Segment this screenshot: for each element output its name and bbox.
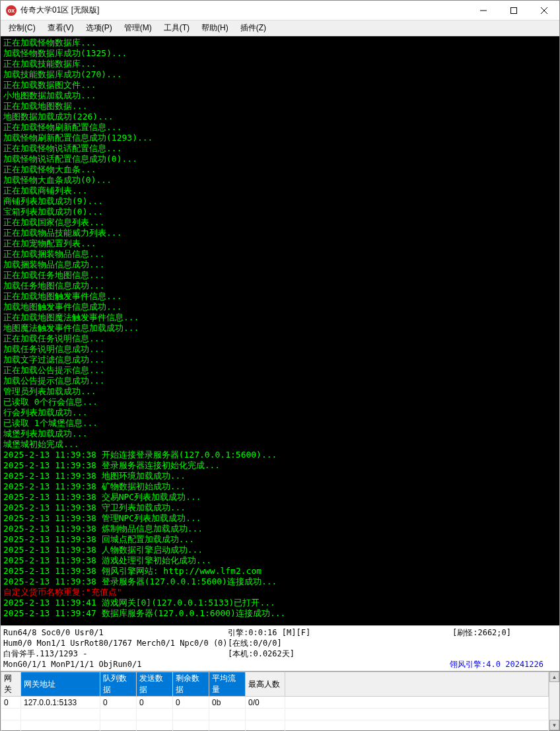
log-console[interactable]: 正在加载怪物数据库...加载怪物数据库成功(1325)...正在加载技能数据库.…: [1, 36, 559, 625]
log-line: 2025-2-13 11:39:38 矿物数据初始成功...: [3, 481, 557, 492]
scroll-down-icon[interactable]: ▼: [549, 720, 559, 730]
grid-cell: 0b: [209, 697, 246, 709]
log-line: 2025-2-13 11:39:38 翎风引擎网站: http://www.lf…: [3, 566, 557, 576]
grid-header[interactable]: 剩余数据: [173, 672, 209, 697]
app-window: ox 传奇大学01区 [无限版] 控制(C) 查看(V) 选项(P) 管理(M)…: [0, 0, 560, 731]
maximize-button[interactable]: [499, 1, 529, 20]
log-line: 加载任务地图信息成功...: [3, 281, 557, 291]
log-line: 2025-2-13 11:39:38 登录服务器连接初始化完成...: [3, 460, 557, 471]
grid-cell: 127.0.0.1:5133: [21, 697, 100, 709]
log-line: 2025-2-13 11:39:38 交易NPC列表加载成功...: [3, 492, 557, 503]
log-line: 正在加载地图触发事件信息...: [3, 291, 557, 302]
log-line: 2025-2-13 11:39:38 游戏处理引擎初始化成功...: [3, 555, 557, 566]
grid-cell: 0: [1, 697, 21, 709]
status-engine-time: 引擎:0:0:16 [M][F]: [228, 627, 452, 638]
log-line: 地图魔法触发事件信息加载成功...: [3, 323, 557, 333]
log-line: 正在加载地图魔法触发事件信息...: [3, 312, 557, 323]
log-line: 加载任务说明信息成功...: [3, 344, 557, 355]
log-line: 加载怪物说话配置信息成功(0)...: [3, 154, 557, 164]
status-mob-refresh: [刷怪:2662;0]: [452, 627, 511, 638]
titlebar[interactable]: ox 传奇大学01区 [无限版]: [1, 1, 559, 20]
scroll-up-icon[interactable]: ▲: [549, 672, 559, 682]
log-line: 2025-2-13 11:39:38 地图环境加载成功...: [3, 471, 557, 481]
svg-rect-0: [511, 7, 517, 13]
log-line: 2025-2-13 11:39:41 游戏网关[0](127.0.0.1:513…: [3, 598, 557, 608]
status-run: Run64/8 Soc0/0 Usr0/1: [3, 627, 228, 638]
grid-header-spacer: [285, 672, 549, 697]
log-line: 正在加载怪物说话配置信息...: [3, 143, 557, 154]
log-line: 加载怪物刷新配置信息成功(1293)...: [3, 133, 557, 143]
log-line: 城堡列表加载成功...: [3, 429, 557, 439]
log-line: 已读取 1个城堡信息...: [3, 418, 557, 429]
close-button[interactable]: [529, 1, 559, 20]
log-line: 正在加载物品技能威力列表...: [3, 228, 557, 238]
log-line: 正在加载捆装物品信息...: [3, 249, 557, 260]
status-online: [在线:0/0/0]: [228, 638, 282, 648]
log-line: 正在加载任务说明信息...: [3, 333, 557, 344]
menu-help[interactable]: 帮助(H): [196, 21, 234, 35]
log-line: 加载技能数据库成功(270)...: [3, 69, 557, 80]
grid-cell: 0/0: [246, 697, 285, 709]
menu-manage[interactable]: 管理(M): [119, 21, 157, 35]
log-line: 商铺列表加载成功(9)...: [3, 196, 557, 207]
status-engine-version: 翎风引擎:4.0 20241226: [142, 659, 557, 670]
grid-cell: 0: [137, 697, 173, 709]
minimize-button[interactable]: [468, 1, 499, 20]
grid-cell: 0: [173, 697, 209, 709]
table-row[interactable]: 0127.0.0.1:51330000b0/0: [1, 697, 549, 709]
log-line: 已读取 0个行会信息...: [3, 397, 557, 407]
log-line: 管理员列表加载成功...: [3, 386, 557, 397]
log-line: 正在加载数据图文件...: [3, 80, 557, 90]
log-line: 地图数据加载成功(226)...: [3, 112, 557, 122]
status-panel: Run64/8 Soc0/0 Usr0/1 引擎:0:0:16 [M][F] […: [1, 625, 559, 671]
log-line: 正在加载技能数据库...: [3, 59, 557, 69]
grid-header[interactable]: 最高人数: [246, 672, 285, 697]
log-line: 加载怪物大血条成功(0)...: [3, 175, 557, 186]
log-line: 行会列表加载成功...: [3, 407, 557, 418]
status-hum: Hum0/0 Mon1/1 UsrRot80/1767 Merch0/1 Npc…: [3, 638, 228, 648]
log-line: 宝箱列表加载成功(0)...: [3, 207, 557, 217]
status-mob-name: 白骨斧手.113/1293 -: [3, 648, 228, 659]
log-line: 2025-2-13 11:39:38 炼制物品信息加载成功...: [3, 524, 557, 534]
log-line: 正在加宠物配置列表...: [3, 238, 557, 249]
log-line: 正在加载国家信息列表...: [3, 217, 557, 228]
log-line: 加载地图触发事件信息成功...: [3, 302, 557, 312]
grid-header[interactable]: 发送数据: [137, 672, 173, 697]
log-line: 2025-2-13 11:39:38 管理NPC列表加载成功...: [3, 513, 557, 524]
menu-view[interactable]: 查看(V): [42, 21, 79, 35]
log-line: 2025-2-13 11:39:38 守卫列表加载成功...: [3, 503, 557, 513]
grid-scrollbar[interactable]: ▲ ▼: [549, 672, 559, 730]
menubar: 控制(C) 查看(V) 选项(P) 管理(M) 工具(T) 帮助(H) 插件(Z…: [1, 20, 559, 36]
window-title: 传奇大学01区 [无限版]: [20, 5, 468, 16]
log-line: 自定义货币名称重复:"充值点": [3, 587, 557, 598]
grid-header[interactable]: 网关: [1, 672, 21, 697]
log-line: 正在加载怪物数据库...: [3, 38, 557, 48]
gateway-table[interactable]: 网关网关地址队列数据发送数据剩余数据平均流量最高人数 0127.0.0.1:51…: [1, 672, 549, 731]
menu-control[interactable]: 控制(C): [3, 21, 41, 35]
log-line: 正在加载怪物刷新配置信息...: [3, 122, 557, 133]
grid-header[interactable]: 网关地址: [21, 672, 100, 697]
gateway-grid-panel: 网关网关地址队列数据发送数据剩余数据平均流量最高人数 0127.0.0.1:51…: [1, 671, 559, 730]
log-line: 2025-2-13 11:39:47 数据库服务器(127.0.0.1:6000…: [3, 608, 557, 619]
log-line: 2025-2-13 11:39:38 人物数据引擎启动成功...: [3, 545, 557, 555]
log-line: 加载文字过滤信息成功...: [3, 355, 557, 365]
grid-header[interactable]: 平均流量: [209, 672, 246, 697]
status-mong: MonG0/1/1 MonP1/1/1 ObjRun0/1: [3, 659, 142, 670]
menu-options[interactable]: 选项(P): [81, 21, 118, 35]
log-line: 正在加载商铺列表...: [3, 186, 557, 196]
log-line: 2025-2-13 11:39:38 开始连接登录服务器(127.0.0.1:5…: [3, 450, 557, 460]
log-line: 2025-2-13 11:39:38 登录服务器(127.0.0.1:5600)…: [3, 576, 557, 587]
grid-cell: 0: [100, 697, 137, 709]
log-line: 小地图数据加载成功...: [3, 90, 557, 101]
log-line: 加载公告提示信息成功...: [3, 376, 557, 386]
grid-header[interactable]: 队列数据: [100, 672, 137, 697]
log-line: 正在加载公告提示信息...: [3, 365, 557, 376]
table-row-empty: [1, 709, 549, 720]
log-line: 城堡城初始完成...: [3, 439, 557, 450]
log-line: 正在加载任务地图信息...: [3, 270, 557, 281]
menu-tools[interactable]: 工具(T): [158, 21, 195, 35]
menu-plugins[interactable]: 插件(Z): [235, 21, 271, 35]
status-local: [本机:0.0262天]: [228, 648, 295, 659]
log-line: 2025-2-13 11:39:38 回城点配置加载成功...: [3, 534, 557, 545]
log-line: 正在加载地图数据...: [3, 101, 557, 112]
